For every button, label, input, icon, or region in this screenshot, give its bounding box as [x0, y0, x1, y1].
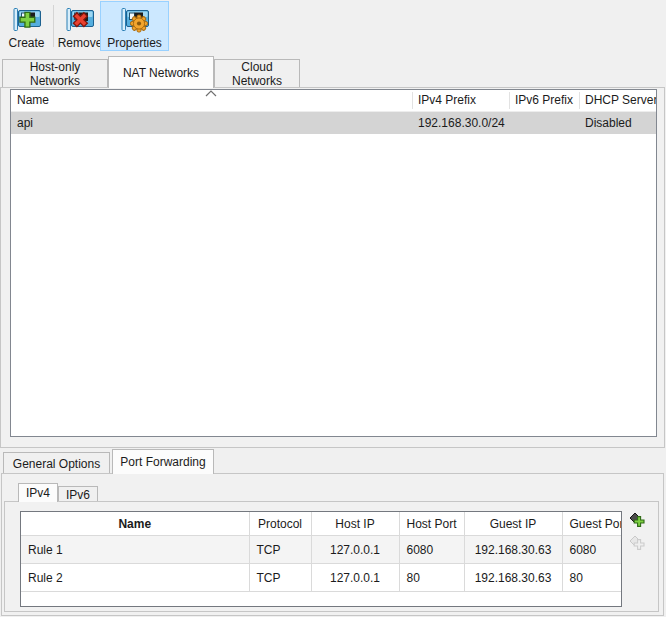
rules-col-host-ip[interactable]: Host IP [311, 512, 399, 536]
add-rule-button[interactable] [629, 512, 647, 530]
properties-button[interactable]: Properties [100, 1, 169, 51]
network-card-remove-icon [64, 4, 96, 36]
rule2-name-cell[interactable]: Rule 2 [21, 564, 249, 592]
tab-host-only-networks[interactable]: Host-only Networks [2, 59, 108, 87]
tab-host-only-label: Host-only Networks [3, 60, 107, 88]
rules-col-guest-ip[interactable]: Guest IP [464, 512, 562, 536]
toolbar-separator [53, 5, 54, 47]
rule1-guest-ip-cell[interactable]: 192.168.30.63 [464, 536, 562, 564]
tab-port-forwarding-label: Port Forwarding [120, 455, 205, 469]
col-header-ipv4-prefix[interactable]: IPv4 Prefix [418, 90, 476, 111]
network-name-cell: api [17, 112, 33, 134]
col-header-ipv6-prefix[interactable]: IPv6 Prefix [515, 90, 573, 111]
rule-row-2[interactable]: Rule 2 TCP 127.0.0.1 80 192.168.30.63 80 [21, 564, 621, 592]
network-row-api[interactable]: api 192.168.30.0/24 Disabled [11, 112, 656, 134]
column-separator[interactable] [412, 92, 413, 109]
rule1-name-cell[interactable]: Rule 1 [21, 536, 249, 564]
column-separator[interactable] [509, 92, 510, 109]
rule1-host-port-cell[interactable]: 6080 [399, 536, 464, 564]
remove-rule-icon [629, 535, 646, 552]
networks-table[interactable]: Name IPv4 Prefix IPv6 Prefix DHCP Server… [10, 89, 657, 437]
remove-button-label: Remove [58, 37, 103, 50]
network-ipv4-cell: 192.168.30.0/24 [418, 112, 505, 134]
add-rule-icon [629, 512, 646, 529]
tab-ipv6[interactable]: IPv6 [58, 486, 98, 502]
rule2-host-ip-cell[interactable]: 127.0.0.1 [311, 564, 399, 592]
rule1-protocol-cell[interactable]: TCP [249, 536, 311, 564]
col-header-dhcp-server[interactable]: DHCP Server [585, 90, 657, 111]
rules-col-name[interactable]: Name [21, 512, 249, 536]
rule2-guest-ip-cell[interactable]: 192.168.30.63 [464, 564, 562, 592]
port-forwarding-table[interactable]: Name Protocol Host IP Host Port Guest IP… [20, 511, 622, 607]
create-network-button[interactable]: Create [2, 1, 51, 51]
network-dhcp-cell: Disabled [585, 112, 632, 134]
toolbar: Create Remove [0, 0, 666, 54]
remove-network-button[interactable]: Remove [56, 1, 104, 51]
rules-col-guest-port[interactable]: Guest Port [562, 512, 621, 536]
col-header-name[interactable]: Name [17, 90, 49, 111]
tab-ipv6-label: IPv6 [66, 488, 90, 502]
rule2-protocol-cell[interactable]: TCP [249, 564, 311, 592]
networks-table-header[interactable]: Name IPv4 Prefix IPv6 Prefix DHCP Server [11, 90, 656, 112]
tab-nat-networks[interactable]: NAT Networks [108, 56, 214, 88]
properties-button-label: Properties [107, 37, 162, 50]
create-button-label: Create [8, 37, 44, 50]
tab-general-options[interactable]: General Options [3, 452, 110, 474]
rule-row-1[interactable]: Rule 1 TCP 127.0.0.1 6080 192.168.30.63 … [21, 536, 621, 564]
remove-rule-button-disabled[interactable] [629, 535, 647, 553]
tab-port-forwarding[interactable]: Port Forwarding [112, 449, 214, 474]
tab-general-options-label: General Options [13, 457, 100, 471]
tab-cloud-networks[interactable]: Cloud Networks [214, 59, 300, 87]
network-card-properties-icon [119, 4, 151, 36]
rule1-host-ip-cell[interactable]: 127.0.0.1 [311, 536, 399, 564]
sort-ascending-icon [205, 90, 217, 97]
rules-col-protocol[interactable]: Protocol [249, 512, 311, 536]
rule2-host-port-cell[interactable]: 80 [399, 564, 464, 592]
rules-col-host-port[interactable]: Host Port [399, 512, 464, 536]
rule1-guest-port-cell[interactable]: 6080 [562, 536, 621, 564]
column-separator[interactable] [579, 92, 580, 109]
rules-header-row[interactable]: Name Protocol Host IP Host Port Guest IP… [21, 512, 621, 536]
tab-ipv4-label: IPv4 [26, 486, 50, 500]
tab-nat-label: NAT Networks [123, 66, 199, 80]
tab-ipv4[interactable]: IPv4 [18, 483, 58, 502]
rule2-guest-port-cell[interactable]: 80 [562, 564, 621, 592]
network-card-create-icon [11, 4, 43, 36]
tab-cloud-label: Cloud Networks [215, 60, 299, 88]
gear-badge [130, 15, 147, 32]
